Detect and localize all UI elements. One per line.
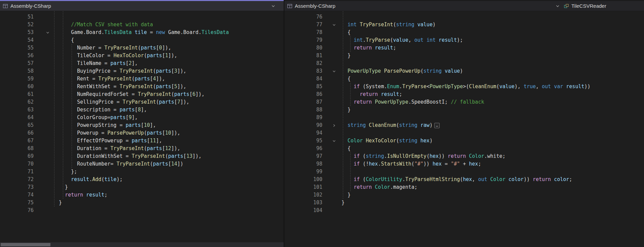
fold-collapse-chevron-icon[interactable]: [322, 21, 341, 29]
line-number: 64: [0, 114, 34, 121]
chevron-down-icon[interactable]: [271, 4, 275, 8]
line-number: 104: [284, 207, 322, 214]
code-text[interactable]: //Match CSV sheet with data: [53, 21, 153, 29]
line-number: 87: [284, 98, 322, 106]
code-text[interactable]: return result;: [341, 91, 402, 98]
code-line: 83 PowerUpType ParsePowerUp(string value…: [284, 67, 644, 75]
code-text[interactable]: RentWithSet = TryParseInt(parts[5]),: [53, 83, 186, 91]
code-line: 80 return result;: [284, 44, 644, 52]
line-number: 78: [284, 29, 322, 36]
project-dropdown-label[interactable]: Assembly-CSharp: [295, 3, 335, 9]
fold-margin: [34, 36, 53, 44]
code-text[interactable]: Powerup = ParsePowerUp(parts[10]),: [53, 129, 180, 137]
code-text[interactable]: int.TryParse(value, out int result);: [341, 36, 463, 44]
code-line: 95 Color HexToColor(string hex): [284, 137, 644, 145]
project-dropdown[interactable]: Assembly-CSharp: [287, 3, 564, 9]
collapsed-region-box[interactable]: …: [434, 123, 440, 128]
code-text[interactable]: return result;: [53, 191, 108, 199]
code-text[interactable]: NumRequiredForSet = TryParseInt(parts[6]…: [53, 91, 205, 98]
code-text[interactable]: int TryParseInt(string value): [341, 21, 436, 29]
code-line: 98 if (!hex.StartsWith("#")) hex = "#" +…: [284, 160, 644, 168]
fold-margin: [34, 191, 53, 199]
code-text[interactable]: RouteNumber= TryParseInt(parts[14]): [53, 160, 183, 168]
code-text[interactable]: {: [53, 36, 74, 44]
code-text[interactable]: }: [341, 106, 351, 114]
code-text[interactable]: }: [53, 183, 68, 191]
fold-margin: [322, 52, 341, 60]
code-text[interactable]: Number = TryParseInt(parts[0]),: [53, 44, 171, 52]
code-text[interactable]: {: [341, 75, 351, 83]
code-line: 103}: [284, 199, 644, 207]
code-line: 62 SellingPrice = TryParseInt(parts[7]),: [0, 98, 284, 106]
fold-margin: [34, 83, 53, 91]
code-text[interactable]: Game.Board.TilesData tile = new Game.Boa…: [53, 29, 229, 36]
code-text[interactable]: BuyingPrice = TryParseInt(parts[3]),: [53, 67, 186, 75]
code-text[interactable]: result.Add(tile);: [53, 176, 123, 183]
line-number: 57: [0, 60, 34, 67]
code-text[interactable]: {: [341, 29, 351, 36]
code-text[interactable]: Color HexToColor(string hex): [341, 137, 433, 145]
code-line: 69 DurationWithSet = TryParseInt(parts[1…: [0, 152, 284, 160]
code-text[interactable]: if (System.Enum.TryParse<PowerUpType>(Cl…: [341, 83, 591, 91]
navigation-bar-left[interactable]: Assembly-CSharp: [0, 0, 284, 11]
code-text[interactable]: PowerupString = parts[10],: [53, 121, 156, 129]
fold-margin: [34, 183, 53, 191]
code-line: 97 if (string.IsNullOrEmpty(hex)) return…: [284, 152, 644, 160]
code-text[interactable]: }: [341, 191, 351, 199]
code-text[interactable]: return PowerUpType.SpeedBoostI; // fallb…: [341, 98, 484, 106]
code-line: 57 TileName = parts[2],: [0, 60, 284, 67]
code-text[interactable]: Description = parts[8],: [53, 106, 147, 114]
fold-collapse-chevron-icon[interactable]: [34, 29, 53, 36]
line-number: 63: [0, 106, 34, 114]
project-dropdown-label[interactable]: Assembly-CSharp: [10, 3, 51, 9]
code-line: 76: [0, 207, 284, 214]
horizontal-scrollbar-thumb[interactable]: [1, 243, 50, 246]
code-text[interactable]: ColorGroup=parts[9],: [53, 114, 138, 121]
fold-margin: [322, 83, 341, 91]
code-text[interactable]: }: [341, 199, 345, 207]
code-text[interactable]: TileName = parts[2],: [53, 60, 138, 67]
code-text[interactable]: if (ColorUtility.TryParseHtmlString(hex,…: [341, 176, 572, 183]
fold-collapse-chevron-icon[interactable]: [322, 67, 341, 75]
code-line: 66 Powerup = ParsePowerUp(parts[10]),: [0, 129, 284, 137]
code-text[interactable]: if (string.IsNullOrEmpty(hex)) return Co…: [341, 152, 506, 160]
code-text[interactable]: };: [53, 168, 77, 176]
code-text[interactable]: PowerUpType ParsePowerUp(string value): [341, 67, 463, 75]
code-text[interactable]: string CleanEnum(string raw)…: [341, 121, 440, 129]
code-text[interactable]: Rent = TryParseInt(parts[4]),: [53, 75, 165, 83]
type-dropdown-label[interactable]: TileCSVReader: [571, 3, 606, 9]
horizontal-scrollbar[interactable]: [0, 242, 284, 247]
code-editor-right[interactable]: 7677 int TryParseInt(string value)78 {79…: [284, 11, 644, 247]
line-number: 82: [284, 60, 322, 67]
code-text[interactable]: if (!hex.StartsWith("#")) hex = "#" + he…: [341, 160, 481, 168]
line-number: 59: [0, 75, 34, 83]
code-text[interactable]: }: [53, 199, 62, 207]
code-text[interactable]: Duration = TryParseInt(parts[12]),: [53, 145, 180, 152]
code-text[interactable]: {: [341, 145, 351, 152]
code-text[interactable]: }: [341, 52, 351, 60]
fold-margin: [322, 160, 341, 168]
fold-expand-chevron-icon[interactable]: [322, 121, 341, 129]
code-editor-left[interactable]: 5152 //Match CSV sheet with data53 Game.…: [0, 11, 284, 247]
type-dropdown[interactable]: TileCSVReader: [564, 3, 606, 9]
fold-collapse-chevron-icon[interactable]: [322, 137, 341, 145]
fold-margin: [322, 44, 341, 52]
fold-margin: [322, 129, 341, 137]
fold-margin: [322, 183, 341, 191]
code-text[interactable]: return Color.magenta;: [341, 183, 417, 191]
code-line: 100 if (ColorUtility.TryParseHtmlString(…: [284, 176, 644, 183]
code-text[interactable]: DurationWithSet = TryParseInt(parts[13])…: [53, 152, 202, 160]
code-text[interactable]: EffectOfPowerup = parts[11],: [53, 137, 162, 145]
code-text[interactable]: TileColor = HexToColor(parts[1]),: [53, 52, 177, 60]
fold-margin: [34, 199, 53, 207]
line-number: 56: [0, 52, 34, 60]
assembly-icon: [3, 3, 8, 9]
line-number: 68: [0, 145, 34, 152]
code-line: 70 RouteNumber= TryParseInt(parts[14]): [0, 160, 284, 168]
code-text[interactable]: return result;: [341, 44, 396, 52]
fold-margin: [34, 106, 53, 114]
code-line: 72 result.Add(tile);: [0, 176, 284, 183]
code-text[interactable]: SellingPrice = TryParseInt(parts[7]),: [53, 98, 189, 106]
chevron-down-icon[interactable]: [556, 4, 560, 8]
code-line: 56 TileColor = HexToColor(parts[1]),: [0, 52, 284, 60]
